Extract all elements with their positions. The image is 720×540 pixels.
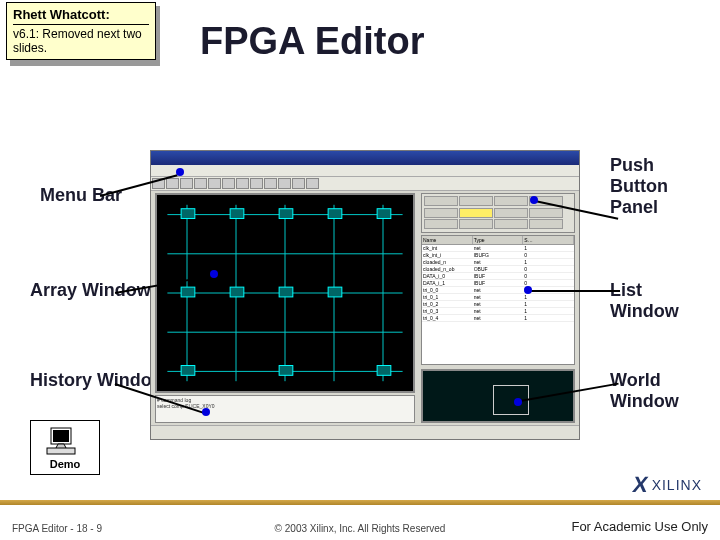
list-row[interactable]: tri_0_3net1	[422, 308, 574, 315]
toolbar-button[interactable]	[222, 178, 235, 189]
pointer-dot	[530, 196, 538, 204]
xilinx-logo: X XILINX	[633, 472, 702, 498]
svg-rect-3	[328, 209, 342, 219]
toolbar-button[interactable]	[278, 178, 291, 189]
toolbar-button[interactable]	[292, 178, 305, 189]
computer-icon	[45, 426, 85, 456]
page-title: FPGA Editor	[200, 20, 424, 63]
toolbar-button[interactable]	[264, 178, 277, 189]
label-list-window: List Window	[610, 280, 690, 322]
svg-rect-4	[377, 209, 391, 219]
footer-divider	[0, 500, 720, 505]
demo-icon[interactable]: Demo	[30, 420, 100, 475]
screenshot-fpga-editor: NameTypeS… clk_intnet1clk_int_iIBUFG0clo…	[150, 150, 580, 440]
note-author: Rhett Whatcott:	[13, 7, 149, 25]
screenshot-titlebar	[151, 151, 579, 165]
panel-button[interactable]	[529, 208, 563, 218]
toolbar-button[interactable]	[306, 178, 319, 189]
svg-rect-5	[181, 287, 195, 297]
label-menu-bar: Menu Bar	[40, 185, 122, 206]
svg-rect-0	[181, 209, 195, 219]
panel-button[interactable]	[459, 196, 493, 206]
label-history-window: History Window	[30, 370, 166, 391]
list-row[interactable]: DATA_i_1IBUF0	[422, 280, 574, 287]
list-row[interactable]: clk_intnet1	[422, 245, 574, 252]
list-row[interactable]: cloaded_n_obOBUF0	[422, 266, 574, 273]
label-array-window: Array Window	[30, 280, 151, 301]
list-window[interactable]: NameTypeS… clk_intnet1clk_int_iIBUFG0clo…	[421, 235, 575, 365]
toolbar-button[interactable]	[166, 178, 179, 189]
svg-rect-7	[279, 287, 293, 297]
svg-rect-6	[230, 287, 244, 297]
svg-rect-13	[53, 430, 69, 442]
panel-button[interactable]	[459, 219, 493, 229]
panel-button[interactable]	[424, 208, 458, 218]
svg-rect-10	[279, 366, 293, 376]
list-row[interactable]: tri_0_1net1	[422, 294, 574, 301]
panel-button[interactable]	[424, 219, 458, 229]
screenshot-toolbar[interactable]	[151, 177, 579, 191]
pointer-dot	[210, 270, 218, 278]
toolbar-button[interactable]	[180, 178, 193, 189]
revision-note: Rhett Whatcott: v6.1: Removed next two s…	[6, 2, 156, 60]
note-body: v6.1: Removed next two slides.	[13, 27, 149, 55]
screenshot-statusbar	[151, 425, 579, 439]
label-world-window: World Window	[610, 370, 690, 412]
svg-rect-2	[279, 209, 293, 219]
list-header: NameTypeS…	[422, 236, 574, 245]
list-row[interactable]: cloaded_nnet1	[422, 259, 574, 266]
svg-rect-11	[377, 366, 391, 376]
toolbar-button[interactable]	[236, 178, 249, 189]
panel-button[interactable]	[459, 208, 493, 218]
world-window[interactable]	[421, 369, 575, 423]
array-window[interactable]	[155, 193, 415, 393]
xilinx-x-icon: X	[631, 472, 650, 498]
panel-button[interactable]	[494, 219, 528, 229]
panel-button[interactable]	[494, 196, 528, 206]
list-row[interactable]: clk_int_iIBUFG0	[422, 252, 574, 259]
screenshot-menubar[interactable]	[151, 165, 579, 177]
toolbar-button[interactable]	[194, 178, 207, 189]
pointer-dot	[202, 408, 210, 416]
pointer-line	[530, 290, 620, 292]
footer-right: For Academic Use Only	[571, 519, 708, 534]
pointer-dot	[514, 398, 522, 406]
list-row[interactable]: tri_0_2net1	[422, 301, 574, 308]
toolbar-button[interactable]	[250, 178, 263, 189]
panel-button[interactable]	[494, 208, 528, 218]
svg-rect-1	[230, 209, 244, 219]
panel-button[interactable]	[529, 219, 563, 229]
svg-rect-8	[328, 287, 342, 297]
list-row[interactable]: tri_0_4net1	[422, 315, 574, 322]
list-row[interactable]: DATA_i_0IBUF0	[422, 273, 574, 280]
pointer-dot	[524, 286, 532, 294]
pointer-dot	[176, 168, 184, 176]
svg-rect-14	[47, 448, 75, 454]
panel-button[interactable]	[424, 196, 458, 206]
push-button-panel[interactable]	[421, 193, 575, 233]
label-push-button-panel: Push Button Panel	[610, 155, 690, 218]
footer: X XILINX FPGA Editor - 18 - 9 © 2003 Xil…	[0, 500, 720, 540]
demo-label: Demo	[50, 458, 81, 470]
toolbar-button[interactable]	[208, 178, 221, 189]
svg-rect-9	[181, 366, 195, 376]
